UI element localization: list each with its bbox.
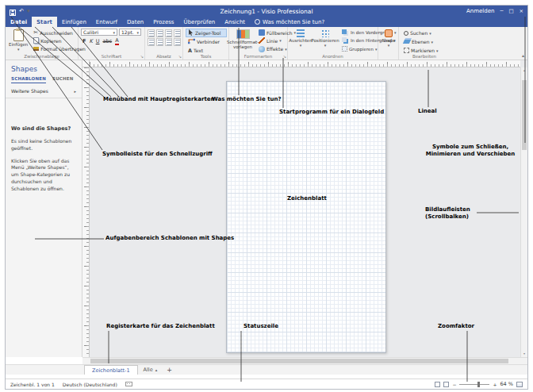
page-count-status[interactable]: Zeichenbl. 1 von 1 [10,382,55,387]
align-right-icon[interactable] [174,29,181,37]
shape-button[interactable]: Shape ▾ [381,29,397,49]
switch-windows-icon[interactable] [443,382,449,387]
more-shapes-button[interactable]: Weitere Shapes ▸ [6,83,82,98]
quick-access-toolbar: ↶ ▾ [6,4,29,19]
shape-icon [385,29,393,37]
font-size-combo[interactable]: 12pt.▾ [119,29,141,36]
horizontal-ruler[interactable] [90,60,520,67]
tab-daten[interactable]: Daten [122,17,148,27]
page-tab-zeichenblatt-1[interactable]: Zeichenblatt-1 [84,365,138,375]
format-painter-icon [33,47,39,51]
presentation-mode-icon[interactable] [435,382,440,387]
pointer-tool-button[interactable]: Zeiger-Tool [186,29,227,37]
drawing-page[interactable] [226,81,386,353]
annotation-menueband: Menüband mit Hauptregisterkarten [103,96,214,103]
font-color-button[interactable]: A [115,38,118,45]
align-shapes-icon [297,29,305,37]
visio-window: ↶ ▾ Zeichnung1 - Visio Professional Anme… [6,6,527,389]
sign-in-button[interactable]: Anmelden [466,8,494,14]
qat-customize-icon[interactable]: ▾ [27,9,30,14]
annotation-bildlaufleisten: Bildlaufleisten (Scrollbalken) [425,206,482,221]
add-page-button[interactable]: + [163,365,176,375]
tab-prozess[interactable]: Prozess [148,17,178,27]
annotation-registerkarte: Registerkarte für das Zeichenblatt [106,323,215,330]
title-bar[interactable]: ↶ ▾ Zeichnung1 - Visio Professional Anme… [6,6,527,17]
vertical-ruler[interactable] [82,67,90,357]
bold-button[interactable]: F [82,38,86,44]
tab-einfuegen[interactable]: Einfügen [57,17,91,27]
group-label: Schriftart [79,54,144,59]
indent-increase-icon[interactable] [156,38,163,46]
minimize-button[interactable]: ─ [500,9,503,14]
annotation-schnellzugriff: Symbolleiste für den Schnellzugriff [102,151,213,158]
empty-heading: Wo sind die Shapes? [11,125,76,133]
close-button[interactable]: × [520,9,523,14]
tab-entwurf[interactable]: Entwurf [91,17,122,27]
annotation-dialog-launcher: Startprogramm für ein Dialogfeld [279,109,384,116]
fit-page-to-window-icon[interactable] [516,382,523,387]
connector-tool-button[interactable]: Verbinder [186,37,227,46]
group-label: Bearbeiten [399,54,450,59]
align-center-icon[interactable] [165,29,172,37]
underline-button[interactable]: U [96,38,100,44]
quick-styles-button[interactable]: Schnellformat-vorlagen [232,29,254,53]
zoom-in-button[interactable]: + [493,382,497,387]
tab-ueberpruefen[interactable]: Überprüfen [179,17,220,27]
page-tab-bar: Zeichenblatt-1 Alle ▴ + [6,364,527,375]
paste-button[interactable]: Einfügen ▾ [8,29,29,53]
zoom-slider[interactable] [459,381,489,388]
zoom-slider-track [459,384,489,385]
group-label: Zwischenablage [6,54,78,59]
line-spacing-icon[interactable] [165,38,172,46]
tab-schablonen[interactable]: SCHABLONEN [11,76,46,83]
bullet-list-icon[interactable] [148,29,155,37]
language-status[interactable]: Deutsch (Deutschland) [63,382,117,387]
text-rotate-icon[interactable] [174,38,181,46]
dialog-launcher-formenarten[interactable]: ↘ [283,55,286,59]
position-button[interactable]: Positionieren ▾ [313,29,337,53]
status-bar: Zeichenbl. 1 von 1 Deutsch (Deutschland)… [6,379,527,389]
paste-icon [13,29,24,41]
fill-icon [259,29,265,36]
vertical-scroll-thumb[interactable] [522,80,527,150]
find-button[interactable]: Suchen▾ [401,29,448,37]
keyboard-icon [125,382,132,386]
group-anordnen: Ausrichten ▾ Positionieren ▾ In den Vord… [288,27,378,60]
scissors-icon: ✂ [33,29,38,36]
undo-icon[interactable]: ↶ [19,9,24,14]
horizontal-scroll-thumb[interactable] [90,359,508,363]
horizontal-scrollbar[interactable] [82,357,527,364]
scroll-down-icon[interactable]: ▾ [521,351,527,357]
font-name-combo[interactable]: Calibri▾ [81,29,117,36]
chevron-down-icon: ▾ [324,44,327,48]
group-absatz: Absatz ↘ [145,27,183,60]
chevron-down-icon: ▾ [436,48,439,53]
layers-button[interactable]: Ebenen▾ [401,37,448,46]
scroll-up-icon[interactable]: ▴ [521,67,527,74]
chevron-up-icon: ▴ [155,367,158,372]
annotation-tellme: Was möchten Sie tun? [212,96,282,103]
align-button[interactable]: Ausrichten ▾ [290,29,311,53]
chevron-right-icon: ▸ [74,89,76,94]
annotated-screenshot: ↶ ▾ Zeichnung1 - Visio Professional Anme… [0,0,533,392]
zoom-out-button[interactable]: − [452,382,456,387]
align-left-icon[interactable] [156,29,163,37]
dialog-launcher-absatz[interactable]: ↘ [178,55,182,59]
collapse-ribbon-icon[interactable]: ▴ [522,52,524,58]
tab-start[interactable]: Start [32,17,57,27]
tab-suchen[interactable]: SUCHEN [52,76,74,83]
dialog-launcher-schriftart[interactable]: ↘ [140,55,144,59]
tell-me-box[interactable]: Was möchten Sie tun? [250,17,329,27]
all-pages-button[interactable]: Alle ▴ [138,365,163,375]
chevron-down-icon: ▾ [300,44,302,48]
indent-decrease-icon[interactable] [148,38,155,46]
maximize-button[interactable]: □ [508,9,513,14]
tab-ansicht[interactable]: Ansicht [220,17,250,27]
vertical-scrollbar[interactable]: ▴ ▾ [520,67,527,357]
save-icon[interactable] [10,4,16,19]
italic-button[interactable]: K [89,38,92,44]
zoom-slider-thumb[interactable] [477,382,480,387]
zoom-percent[interactable]: 64 % [500,381,513,387]
group-label: Anordnen [288,54,378,59]
strikethrough-button[interactable]: abc [102,38,112,44]
